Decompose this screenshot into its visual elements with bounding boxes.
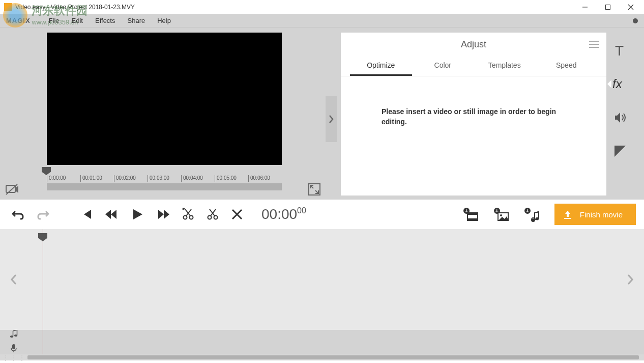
window-title: Video easy - Video Project 2018-01-23.MV… (15, 4, 135, 11)
titlebar: Video easy - Video Project 2018-01-23.MV… (0, 0, 644, 14)
audio-tracks (0, 330, 644, 354)
ruler-tick: 00:04:00 (181, 175, 215, 182)
ruler-scrollbar[interactable] (47, 183, 282, 190)
right-sidebar: T fx (606, 27, 634, 200)
hq-toggle-icon[interactable] (5, 183, 19, 196)
tab-optimize[interactable]: Optimize (350, 56, 412, 76)
resize-grip-icon[interactable]: ⋮⋮⋮ (2, 354, 26, 362)
preview-screen[interactable] (47, 33, 282, 165)
timeline-next-button[interactable] (617, 229, 644, 330)
menu-share[interactable]: Share (122, 15, 152, 26)
audio-track-area[interactable] (27, 330, 644, 354)
svg-line-12 (185, 209, 190, 216)
svg-rect-43 (12, 344, 15, 349)
ruler-tick: 00:06:00 (248, 175, 282, 182)
ruler-tick: 0:00:00 (47, 175, 80, 182)
svg-line-17 (211, 209, 216, 216)
timeline (0, 229, 644, 330)
svg-rect-24 (467, 213, 478, 215)
svg-text:T: T (615, 43, 624, 58)
adjust-panel: Adjust Optimize Color Templates Speed Pl… (341, 33, 606, 196)
rewind-button[interactable] (101, 204, 121, 225)
svg-point-15 (208, 216, 212, 219)
transport-bar: 00:0000 + + + Finish movie (0, 200, 644, 229)
undo-button[interactable] (8, 204, 28, 225)
maximize-button[interactable] (596, 0, 619, 14)
timeline-playhead[interactable] (43, 229, 43, 330)
add-video-button[interactable]: + (460, 203, 482, 226)
text-tool-icon[interactable]: T (612, 43, 628, 58)
music-track-icon[interactable] (9, 329, 18, 341)
fullscreen-icon[interactable] (308, 183, 320, 196)
minimize-button[interactable] (573, 0, 596, 14)
timeline-prev-button[interactable] (0, 229, 27, 330)
svg-point-9 (184, 216, 187, 219)
contrast-tool-icon[interactable] (612, 144, 628, 159)
cut-button[interactable] (202, 204, 223, 225)
fx-tool-icon[interactable]: fx (612, 76, 628, 92)
app-icon (4, 3, 12, 11)
redo-button[interactable] (33, 204, 53, 225)
tab-color[interactable]: Color (412, 56, 474, 76)
logo: MAGIX (6, 17, 31, 24)
menu-edit[interactable]: Edit (66, 15, 89, 26)
svg-point-10 (190, 216, 193, 219)
forward-button[interactable] (154, 204, 174, 225)
mic-track-icon[interactable] (10, 344, 18, 355)
play-button[interactable] (125, 204, 150, 225)
menu-file[interactable]: File (43, 15, 66, 26)
svg-line-36 (535, 212, 539, 213)
menu-effects[interactable]: Effects (89, 15, 122, 26)
tab-templates[interactable]: Templates (474, 56, 536, 76)
volume-tool-icon[interactable] (612, 110, 628, 125)
ruler-playhead-icon[interactable] (42, 167, 51, 175)
preview-ruler[interactable]: 0:00:00 00:01:00 00:02:00 00:03:00 00:04… (42, 169, 282, 193)
timecode-display: 00:0000 (261, 206, 306, 222)
skip-start-button[interactable] (76, 204, 97, 225)
svg-text:+: + (525, 208, 529, 214)
cut-start-button[interactable] (178, 204, 198, 225)
hamburger-icon[interactable] (589, 39, 599, 50)
upload-icon (563, 209, 573, 219)
ruler-tick: 00:03:00 (148, 175, 181, 182)
timeline-scrollbar[interactable] (0, 354, 644, 360)
svg-point-29 (500, 214, 502, 216)
svg-rect-1 (605, 5, 610, 10)
svg-line-11 (186, 209, 191, 216)
close-button[interactable] (619, 0, 642, 14)
svg-rect-4 (6, 185, 15, 192)
preview-zone: 0:00:00 00:01:00 00:02:00 00:03:00 00:04… (0, 27, 326, 200)
adjust-title: Adjust (461, 39, 486, 50)
finish-label: Finish movie (580, 210, 623, 219)
svg-line-18 (210, 209, 215, 216)
add-image-button[interactable]: + (490, 203, 513, 226)
svg-point-16 (214, 216, 218, 219)
ruler-tick: 00:02:00 (114, 175, 148, 182)
add-audio-button[interactable]: + (521, 203, 543, 226)
timeline-track[interactable] (27, 229, 617, 330)
finish-movie-button[interactable]: Finish movie (554, 204, 636, 225)
expand-panel-tab[interactable] (326, 96, 337, 142)
svg-text:fx: fx (612, 77, 623, 91)
menu-help[interactable]: Help (151, 15, 177, 26)
ruler-tick: 00:05:00 (215, 175, 248, 182)
adjust-message: Please insert a video or still image in … (341, 76, 606, 157)
tab-speed[interactable]: Speed (536, 56, 598, 76)
menubar: MAGIX File Edit Effects Share Help (0, 14, 644, 27)
record-indicator (633, 18, 638, 23)
ruler-tick: 00:01:00 (80, 175, 114, 182)
delete-button[interactable] (227, 204, 247, 225)
svg-line-42 (13, 330, 17, 331)
statusbar: 0 object(s) 0m:08s (0, 360, 644, 363)
svg-rect-25 (467, 218, 478, 220)
